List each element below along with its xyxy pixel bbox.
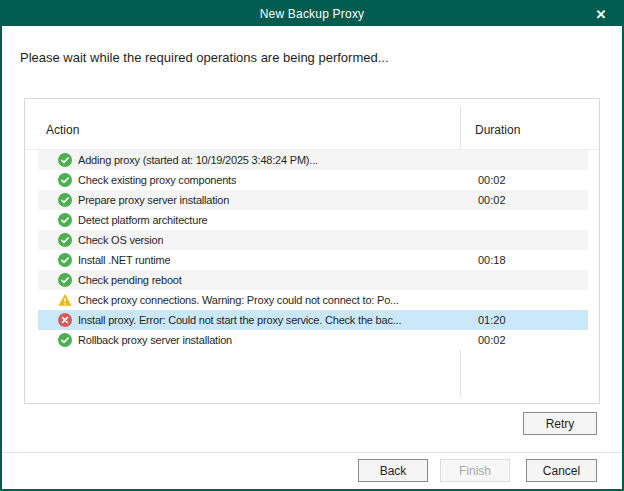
action-text: Install .NET runtime [78, 254, 170, 266]
success-icon [58, 153, 72, 167]
duration-text: 00:18 [478, 250, 506, 270]
success-icon [58, 333, 72, 347]
new-backup-proxy-dialog: New Backup Proxy ✕ Please wait while the… [0, 0, 624, 491]
success-icon [58, 213, 72, 227]
table-row[interactable]: Install .NET runtime 00:18 [38, 250, 588, 270]
table-row[interactable]: Check pending reboot [38, 270, 588, 290]
window-title: New Backup Proxy [260, 7, 365, 21]
table-row[interactable]: Prepare proxy server installation 00:02 [38, 190, 588, 210]
duration-text: 01:20 [478, 310, 506, 330]
success-icon [58, 173, 72, 187]
action-text: Check OS version [78, 234, 163, 246]
table-body: Adding proxy (started at: 10/19/2025 3:4… [25, 150, 599, 350]
success-icon [58, 253, 72, 267]
cancel-button[interactable]: Cancel [526, 459, 597, 482]
close-button[interactable]: ✕ [584, 2, 618, 26]
action-text: Rollback proxy server installation [78, 334, 232, 346]
action-text: Check proxy connections. Warning: Proxy … [78, 294, 399, 306]
titlebar: New Backup Proxy [2, 2, 622, 26]
success-icon [58, 273, 72, 287]
duration-text: 00:02 [478, 330, 506, 350]
table-row[interactable]: Check OS version [38, 230, 588, 250]
close-icon: ✕ [596, 8, 607, 21]
action-text: Adding proxy (started at: 10/19/2025 3:4… [78, 154, 318, 166]
table-row[interactable]: Check proxy connections. Warning: Proxy … [38, 290, 588, 310]
error-icon [58, 313, 72, 327]
retry-button[interactable]: Retry [523, 412, 597, 435]
column-header-action[interactable]: Action [46, 123, 79, 137]
table-row[interactable]: Check existing proxy components 00:02 [38, 170, 588, 190]
back-button[interactable]: Back [358, 459, 428, 482]
operations-table: Action Duration Adding proxy (started at… [24, 98, 600, 404]
table-row[interactable]: Rollback proxy server installation 00:02 [38, 330, 588, 350]
warning-icon [58, 293, 72, 307]
action-text: Install proxy. Error: Could not start th… [78, 314, 401, 326]
action-text: Check existing proxy components [78, 174, 236, 186]
table-row[interactable]: Adding proxy (started at: 10/19/2025 3:4… [38, 150, 588, 170]
action-text: Check pending reboot [78, 274, 182, 286]
table-header: Action Duration [25, 99, 599, 150]
success-icon [58, 233, 72, 247]
page-title: Please wait while the required operation… [20, 50, 600, 65]
column-header-duration[interactable]: Duration [475, 123, 520, 137]
success-icon [58, 193, 72, 207]
footer-separator [2, 452, 622, 453]
action-text: Detect platform architecture [78, 214, 208, 226]
action-text: Prepare proxy server installation [78, 194, 229, 206]
duration-text: 00:02 [478, 190, 506, 210]
table-row[interactable]: Detect platform architecture [38, 210, 588, 230]
duration-text: 00:02 [478, 170, 506, 190]
finish-button[interactable]: Finish [440, 459, 510, 482]
table-row[interactable]: Install proxy. Error: Could not start th… [38, 310, 588, 330]
